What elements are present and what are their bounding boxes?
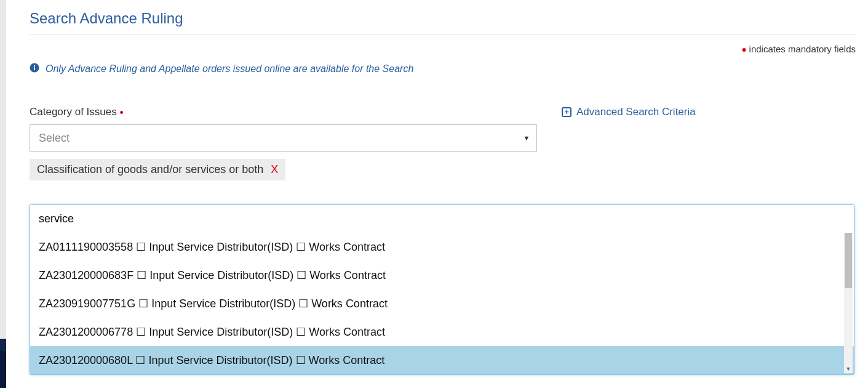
chip-label: Classification of goods and/or services …	[37, 163, 263, 176]
selected-chip-row: Classification of goods and/or services …	[30, 159, 537, 180]
category-label: Category of Issues •	[30, 106, 537, 118]
plus-icon: +	[562, 107, 571, 117]
advanced-search-area: + Advanced Search Criteria	[562, 106, 856, 180]
chip-remove-button[interactable]: X	[271, 163, 278, 176]
info-icon	[30, 63, 39, 75]
select-placeholder: Select	[39, 132, 70, 145]
info-banner: Only Advance Ruling and Appellate orders…	[30, 63, 856, 75]
autocomplete-input[interactable]	[30, 205, 854, 233]
mandatory-indicator: • indicates mandatory fields	[30, 44, 856, 54]
page-title: Search Advance Ruling	[30, 10, 856, 35]
scrollbar-thumb[interactable]	[845, 233, 852, 288]
autocomplete-option[interactable]: ZA230120000683F ☐ Input Service Distribu…	[30, 261, 854, 289]
advanced-search-toggle[interactable]: + Advanced Search Criteria	[562, 106, 856, 118]
autocomplete-list: ZA0111190003558 ☐ Input Service Distribu…	[30, 233, 854, 374]
autocomplete-option[interactable]: ZA0111190003558 ☐ Input Service Distribu…	[30, 233, 854, 261]
info-text: Only Advance Ruling and Appellate orders…	[46, 63, 413, 75]
scrollbar[interactable]: ▼	[844, 233, 853, 373]
chevron-down-icon: ▼	[519, 127, 534, 148]
autocomplete-dropdown: ZA0111190003558 ☐ Input Service Distribu…	[30, 204, 854, 375]
category-chip: Classification of goods and/or services …	[30, 159, 285, 180]
autocomplete-option[interactable]: ZA230919007751G ☐ Input Service Distribu…	[30, 289, 854, 318]
left-edge-strip	[0, 0, 6, 388]
mandatory-dot-icon: •	[119, 107, 123, 119]
category-select[interactable]: Select ▼	[30, 124, 537, 152]
mandatory-dot-icon: •	[742, 42, 747, 57]
form-row: Category of Issues • Select ▼ Classifica…	[30, 106, 856, 180]
category-field-group: Category of Issues • Select ▼ Classifica…	[30, 106, 537, 180]
svg-rect-1	[34, 67, 35, 70]
mandatory-text: indicates mandatory fields	[749, 44, 856, 54]
scroll-down-icon[interactable]: ▼	[844, 365, 853, 373]
category-label-text: Category of Issues	[30, 106, 117, 118]
autocomplete-option[interactable]: ZA230120000680L ☐ Input Service Distribu…	[30, 346, 854, 374]
autocomplete-option[interactable]: ZA2301200006778 ☐ Input Service Distribu…	[30, 318, 854, 346]
advanced-search-label: Advanced Search Criteria	[576, 106, 696, 118]
svg-rect-2	[34, 65, 35, 67]
